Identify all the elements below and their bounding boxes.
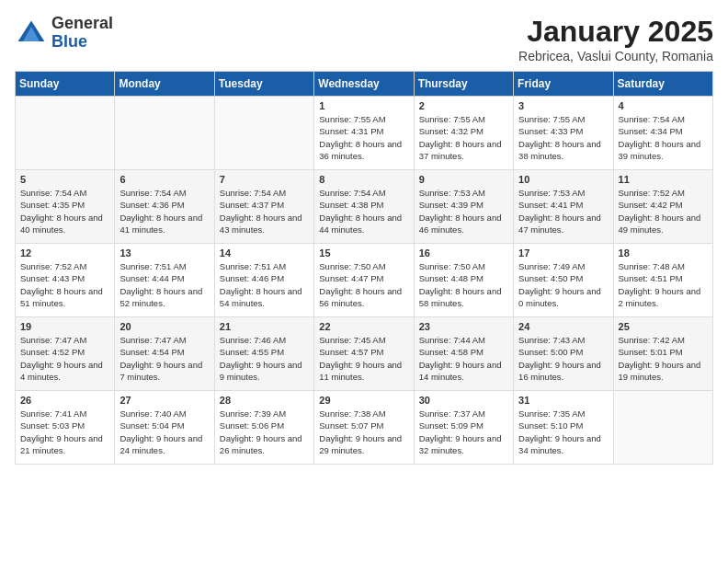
day-cell: 1Sunrise: 7:55 AMSunset: 4:31 PMDaylight…	[314, 97, 414, 170]
day-info: Sunrise: 7:51 AMSunset: 4:44 PMDaylight:…	[119, 260, 209, 309]
header-cell-saturday: Saturday	[613, 72, 712, 97]
day-cell: 10Sunrise: 7:53 AMSunset: 4:41 PMDayligh…	[514, 170, 613, 244]
day-cell: 22Sunrise: 7:45 AMSunset: 4:57 PMDayligh…	[314, 317, 414, 391]
day-cell: 21Sunrise: 7:46 AMSunset: 4:55 PMDayligh…	[214, 317, 313, 391]
header-cell-wednesday: Wednesday	[314, 72, 414, 97]
day-number: 21	[220, 321, 309, 332]
week-row-4: 26Sunrise: 7:41 AMSunset: 5:03 PMDayligh…	[16, 391, 713, 465]
day-number: 12	[20, 247, 109, 259]
day-info: Sunrise: 7:53 AMSunset: 4:39 PMDaylight:…	[419, 187, 508, 236]
day-cell: 24Sunrise: 7:43 AMSunset: 5:00 PMDayligh…	[514, 317, 613, 391]
day-cell: 31Sunrise: 7:35 AMSunset: 5:10 PMDayligh…	[514, 391, 613, 465]
header-cell-monday: Monday	[115, 72, 214, 97]
day-number: 30	[419, 395, 508, 406]
calendar-table: SundayMondayTuesdayWednesdayThursdayFrid…	[15, 71, 713, 465]
logo-general: General	[51, 15, 113, 33]
day-number: 25	[619, 321, 708, 332]
header-row: SundayMondayTuesdayWednesdayThursdayFrid…	[16, 72, 713, 97]
day-cell: 23Sunrise: 7:44 AMSunset: 4:58 PMDayligh…	[414, 317, 513, 391]
day-cell	[115, 97, 214, 170]
day-info: Sunrise: 7:37 AMSunset: 5:09 PMDaylight:…	[419, 408, 508, 456]
day-cell: 11Sunrise: 7:52 AMSunset: 4:42 PMDayligh…	[613, 170, 712, 244]
day-info: Sunrise: 7:54 AMSunset: 4:35 PMDaylight:…	[20, 187, 109, 236]
header-cell-friday: Friday	[514, 72, 613, 97]
day-info: Sunrise: 7:38 AMSunset: 5:07 PMDaylight:…	[319, 408, 408, 456]
day-number: 20	[119, 321, 209, 332]
day-info: Sunrise: 7:54 AMSunset: 4:37 PMDaylight:…	[220, 187, 309, 236]
title-block: January 2025 Rebricea, Vaslui County, Ro…	[518, 15, 713, 63]
day-cell: 5Sunrise: 7:54 AMSunset: 4:35 PMDaylight…	[16, 170, 115, 244]
day-info: Sunrise: 7:52 AMSunset: 4:42 PMDaylight:…	[619, 187, 708, 236]
day-info: Sunrise: 7:50 AMSunset: 4:48 PMDaylight:…	[419, 260, 508, 309]
day-cell: 28Sunrise: 7:39 AMSunset: 5:06 PMDayligh…	[214, 391, 313, 465]
calendar-header: SundayMondayTuesdayWednesdayThursdayFrid…	[16, 72, 713, 97]
day-info: Sunrise: 7:47 AMSunset: 4:52 PMDaylight:…	[20, 334, 109, 383]
day-info: Sunrise: 7:55 AMSunset: 4:33 PMDaylight:…	[518, 113, 608, 162]
day-info: Sunrise: 7:50 AMSunset: 4:47 PMDaylight:…	[319, 260, 408, 309]
month-title: January 2025	[518, 15, 713, 49]
day-info: Sunrise: 7:45 AMSunset: 4:57 PMDaylight:…	[319, 334, 408, 383]
day-number: 8	[319, 174, 408, 185]
day-number: 10	[518, 174, 608, 185]
day-number: 11	[619, 174, 708, 185]
day-cell: 20Sunrise: 7:47 AMSunset: 4:54 PMDayligh…	[115, 317, 214, 391]
day-number: 3	[518, 100, 608, 111]
day-info: Sunrise: 7:54 AMSunset: 4:36 PMDaylight:…	[119, 187, 209, 236]
day-cell	[16, 97, 115, 170]
day-cell: 2Sunrise: 7:55 AMSunset: 4:32 PMDaylight…	[414, 97, 513, 170]
day-cell: 6Sunrise: 7:54 AMSunset: 4:36 PMDaylight…	[115, 170, 214, 244]
day-number: 14	[220, 247, 309, 259]
day-info: Sunrise: 7:39 AMSunset: 5:06 PMDaylight:…	[220, 408, 309, 456]
logo-blue: Blue	[51, 33, 113, 52]
day-info: Sunrise: 7:41 AMSunset: 5:03 PMDaylight:…	[20, 408, 109, 456]
day-number: 16	[419, 247, 508, 259]
day-number: 1	[319, 100, 408, 111]
day-number: 17	[518, 247, 608, 259]
day-cell: 29Sunrise: 7:38 AMSunset: 5:07 PMDayligh…	[314, 391, 414, 465]
day-number: 5	[20, 174, 109, 185]
header-cell-tuesday: Tuesday	[214, 72, 313, 97]
day-number: 6	[119, 174, 209, 185]
calendar-body: 1Sunrise: 7:55 AMSunset: 4:31 PMDaylight…	[16, 97, 713, 465]
day-cell: 16Sunrise: 7:50 AMSunset: 4:48 PMDayligh…	[414, 244, 513, 317]
day-cell: 12Sunrise: 7:52 AMSunset: 4:43 PMDayligh…	[16, 244, 115, 317]
day-number: 28	[220, 395, 309, 406]
day-info: Sunrise: 7:51 AMSunset: 4:46 PMDaylight:…	[220, 260, 309, 309]
day-number: 23	[419, 321, 508, 332]
logo-icon	[15, 17, 48, 50]
day-cell: 14Sunrise: 7:51 AMSunset: 4:46 PMDayligh…	[214, 244, 313, 317]
day-cell: 30Sunrise: 7:37 AMSunset: 5:09 PMDayligh…	[414, 391, 513, 465]
day-info: Sunrise: 7:52 AMSunset: 4:43 PMDaylight:…	[20, 260, 109, 309]
day-number: 31	[518, 395, 608, 406]
day-cell: 17Sunrise: 7:49 AMSunset: 4:50 PMDayligh…	[514, 244, 613, 317]
day-info: Sunrise: 7:40 AMSunset: 5:04 PMDaylight:…	[119, 408, 209, 456]
day-info: Sunrise: 7:42 AMSunset: 5:01 PMDaylight:…	[619, 334, 708, 383]
day-cell: 18Sunrise: 7:48 AMSunset: 4:51 PMDayligh…	[613, 244, 712, 317]
day-cell	[613, 391, 712, 465]
day-info: Sunrise: 7:48 AMSunset: 4:51 PMDaylight:…	[619, 260, 708, 309]
day-info: Sunrise: 7:35 AMSunset: 5:10 PMDaylight:…	[518, 408, 608, 456]
logo-text: General Blue	[51, 15, 113, 52]
week-row-2: 12Sunrise: 7:52 AMSunset: 4:43 PMDayligh…	[16, 244, 713, 317]
day-info: Sunrise: 7:47 AMSunset: 4:54 PMDaylight:…	[119, 334, 209, 383]
day-info: Sunrise: 7:44 AMSunset: 4:58 PMDaylight:…	[419, 334, 508, 383]
day-number: 26	[20, 395, 109, 406]
day-number: 9	[419, 174, 508, 185]
day-number: 2	[419, 100, 508, 111]
week-row-1: 5Sunrise: 7:54 AMSunset: 4:35 PMDaylight…	[16, 170, 713, 244]
week-row-0: 1Sunrise: 7:55 AMSunset: 4:31 PMDaylight…	[16, 97, 713, 170]
day-cell: 13Sunrise: 7:51 AMSunset: 4:44 PMDayligh…	[115, 244, 214, 317]
day-number: 18	[619, 247, 708, 259]
day-info: Sunrise: 7:53 AMSunset: 4:41 PMDaylight:…	[518, 187, 608, 236]
day-cell	[214, 97, 313, 170]
header-cell-sunday: Sunday	[16, 72, 115, 97]
page-header: General Blue January 2025 Rebricea, Vasl…	[15, 15, 713, 63]
day-cell: 7Sunrise: 7:54 AMSunset: 4:37 PMDaylight…	[214, 170, 313, 244]
day-cell: 8Sunrise: 7:54 AMSunset: 4:38 PMDaylight…	[314, 170, 414, 244]
day-number: 4	[619, 100, 708, 111]
day-cell: 26Sunrise: 7:41 AMSunset: 5:03 PMDayligh…	[16, 391, 115, 465]
day-cell: 25Sunrise: 7:42 AMSunset: 5:01 PMDayligh…	[613, 317, 712, 391]
day-number: 7	[220, 174, 309, 185]
day-number: 15	[319, 247, 408, 259]
day-info: Sunrise: 7:54 AMSunset: 4:34 PMDaylight:…	[619, 113, 708, 162]
